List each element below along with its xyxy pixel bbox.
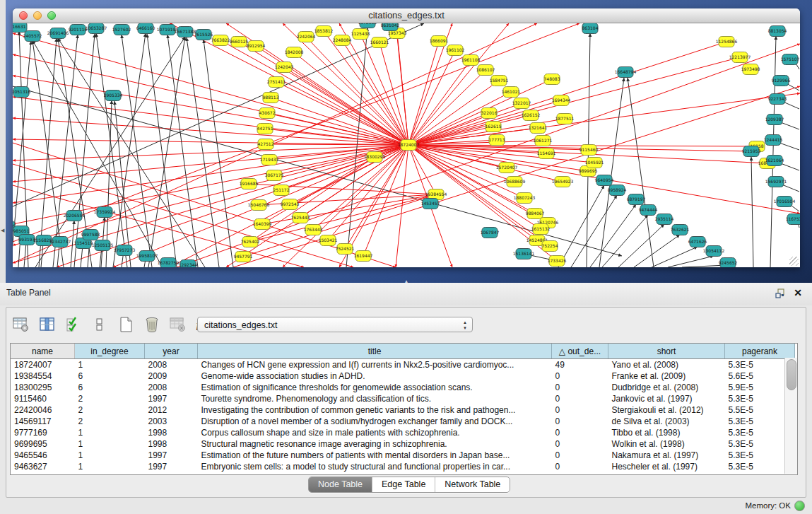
- column-header-name[interactable]: name: [11, 344, 75, 359]
- table-cell[interactable]: 2: [75, 393, 145, 404]
- graph-node[interactable]: 10653287: [86, 23, 107, 34]
- graph-node[interactable]: 177713: [489, 135, 505, 146]
- table-settings-icon[interactable]: [12, 315, 30, 334]
- table-cell[interactable]: 9699695: [11, 438, 75, 450]
- graph-node[interactable]: 17016504: [774, 197, 796, 207]
- table-row[interactable]: 969969511998Structural magnetic resonanc…: [11, 438, 795, 450]
- table-cell[interactable]: Dudbridge et al. (2008): [608, 382, 725, 393]
- select-all-icon[interactable]: [64, 315, 83, 334]
- table-cell[interactable]: 1: [75, 450, 145, 461]
- table-cell[interactable]: 0: [552, 461, 608, 472]
- table-cell[interactable]: Jankovic et al. (1997): [608, 393, 725, 404]
- table-cell[interactable]: 1998: [145, 438, 198, 450]
- table-cell[interactable]: 2003: [145, 416, 198, 427]
- resize-grip-icon[interactable]: [789, 257, 799, 266]
- table-cell[interactable]: 0: [552, 416, 608, 427]
- graph-node[interactable]: 1660121: [370, 37, 389, 48]
- graph-node[interactable]: 1167531: [786, 214, 800, 225]
- graph-node[interactable]: 1719437: [260, 155, 279, 165]
- table-row[interactable]: 1456911722003Disruption of a novel membe…: [11, 416, 795, 427]
- table-cell[interactable]: 2: [75, 404, 145, 416]
- graph-node[interactable]: 11254866: [716, 37, 738, 47]
- table-cell[interactable]: Estimation of significance thresholds fo…: [198, 382, 552, 393]
- graph-node[interactable]: 1961102: [446, 45, 465, 56]
- graph-node[interactable]: 1866091: [430, 36, 449, 47]
- graph-node[interactable]: 15046768: [248, 200, 270, 211]
- graph-node[interactable]: 10688609: [504, 177, 526, 187]
- graph-node[interactable]: 9640954: [595, 175, 614, 186]
- graph-node[interactable]: 2905334: [104, 90, 123, 101]
- graph-node[interactable]: 1209387: [765, 115, 784, 125]
- table-row[interactable]: 977716911998Corpus callosum shape and si…: [11, 427, 795, 438]
- graph-node[interactable]: 9215953: [742, 146, 761, 157]
- table-cell[interactable]: 6: [75, 382, 145, 393]
- table-cell[interactable]: Tibbo et al. (1998): [608, 427, 725, 438]
- graph-node[interactable]: 9972543: [281, 199, 300, 210]
- table-cell[interactable]: 0: [552, 370, 608, 382]
- table-cell[interactable]: Tourette syndrome. Phenomenology and cla…: [198, 393, 552, 404]
- graph-node[interactable]: 9474444: [639, 205, 658, 216]
- graph-node[interactable]: 251172: [273, 185, 290, 196]
- column-header-in_degree[interactable]: in_degree: [75, 344, 145, 359]
- table-cell[interactable]: 9465546: [11, 450, 75, 461]
- graph-node[interactable]: 17359924: [94, 207, 116, 218]
- table-cell[interactable]: 1: [75, 427, 145, 438]
- graph-node[interactable]: 442751: [257, 124, 273, 134]
- delete-icon[interactable]: [143, 315, 161, 334]
- graph-node[interactable]: 752254: [542, 241, 558, 252]
- graph-node[interactable]: 18807243: [514, 193, 536, 204]
- graph-node[interactable]: 1694344: [552, 95, 571, 106]
- table-scrollbar[interactable]: [784, 358, 797, 474]
- tab-node-table[interactable]: Node Table: [309, 477, 372, 492]
- graph-node[interactable]: 1453457: [421, 199, 440, 209]
- network-canvas[interactable]: 1872400722420641842008124204327514119881…: [13, 23, 800, 267]
- graph-node[interactable]: 9129966: [772, 76, 791, 86]
- citation-network-graph[interactable]: 1872400722420641842008124204327514119881…: [13, 23, 800, 267]
- table-cell[interactable]: de Silva et al. (2003): [608, 416, 725, 427]
- table-cell[interactable]: 18724007: [11, 359, 75, 371]
- graph-node[interactable]: 9997588: [81, 230, 100, 240]
- graph-node[interactable]: 1733426: [548, 256, 567, 267]
- new-file-icon[interactable]: [117, 315, 135, 334]
- column-header-pagerank[interactable]: pagerank: [725, 344, 795, 359]
- graph-node[interactable]: 6471626: [688, 237, 707, 247]
- table-cell[interactable]: Changes of HCN gene expression and I(f) …: [198, 359, 552, 371]
- table-cell[interactable]: 22420046: [11, 404, 75, 416]
- graph-node[interactable]: 16782759: [158, 258, 180, 268]
- rows-icon[interactable]: [90, 315, 109, 334]
- graph-node[interactable]: 17957273: [114, 245, 136, 256]
- graph-node[interactable]: 1244415: [764, 135, 783, 146]
- graph-node[interactable]: 1292344: [179, 260, 198, 268]
- graph-node[interactable]: 1575107: [781, 54, 800, 65]
- graph-node[interactable]: 7615526: [194, 30, 213, 40]
- column-header-out_de[interactable]: △ out_de...: [552, 344, 608, 359]
- graph-node[interactable]: 1045921: [585, 158, 604, 168]
- table-cell[interactable]: Corpus callosum shape and size in male p…: [198, 427, 552, 438]
- memory-status-indicator[interactable]: [794, 501, 805, 511]
- table-row[interactable]: 911546021997Tourette syndrome. Phenomeno…: [11, 393, 795, 404]
- table-row[interactable]: 1938455462009Genome-wide association stu…: [11, 370, 795, 382]
- table-cell[interactable]: Disruption of a novel member of a sodium…: [198, 416, 552, 427]
- graph-node[interactable]: 1877511: [555, 114, 575, 124]
- graph-node[interactable]: 863104: [582, 23, 599, 34]
- graph-node[interactable]: 1763443: [304, 225, 323, 235]
- table-row[interactable]: 946554611997Estimation of the future num…: [11, 450, 795, 461]
- graph-node[interactable]: 1842008: [285, 47, 304, 58]
- graph-node[interactable]: 18300295: [364, 152, 386, 163]
- table-cell[interactable]: 0: [552, 427, 608, 438]
- table-cell[interactable]: Yano et al. (2008): [608, 359, 725, 371]
- graph-node[interactable]: 7663822: [211, 35, 230, 46]
- table-row[interactable]: 946362711997Embryonic stem cells: a mode…: [11, 461, 795, 472]
- graph-node[interactable]: 1154691: [537, 148, 556, 159]
- table-cell[interactable]: 0: [552, 438, 608, 450]
- graph-node[interactable]: 7625443: [291, 213, 310, 223]
- graph-node[interactable]: 3067175: [265, 170, 284, 181]
- graph-node[interactable]: 18724007: [398, 140, 420, 151]
- close-panel-icon[interactable]: ✕: [794, 287, 802, 298]
- graph-node[interactable]: 1615132: [531, 224, 551, 235]
- graph-node[interactable]: 2751411: [267, 77, 286, 88]
- graph-node[interactable]: 1067847: [481, 228, 500, 238]
- scrollbar-thumb[interactable]: [787, 359, 796, 390]
- graph-node[interactable]: 1572302: [358, 23, 377, 28]
- table-cell[interactable]: 9777169: [11, 427, 75, 438]
